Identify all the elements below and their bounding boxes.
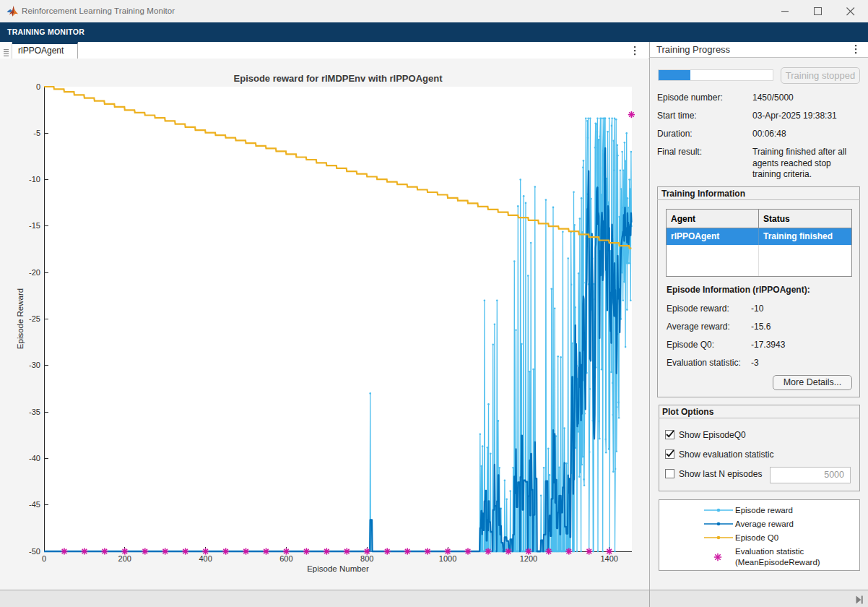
svg-text:-25: -25 bbox=[29, 314, 40, 323]
svg-text:400: 400 bbox=[199, 554, 212, 563]
svg-text:Episode Reward: Episode Reward bbox=[16, 288, 25, 349]
svg-text:Episode Q0: Episode Q0 bbox=[735, 533, 778, 542]
svg-text:600: 600 bbox=[279, 554, 292, 563]
svg-text:1400: 1400 bbox=[600, 554, 617, 563]
svg-text:1000: 1000 bbox=[439, 554, 456, 563]
svg-text:0: 0 bbox=[42, 554, 46, 563]
svg-text:-50: -50 bbox=[29, 547, 40, 556]
svg-text:-5: -5 bbox=[33, 129, 40, 137]
svg-text:-20: -20 bbox=[29, 268, 40, 277]
svg-text:-35: -35 bbox=[29, 408, 40, 416]
svg-text:Evaluation statistic: Evaluation statistic bbox=[735, 547, 804, 556]
svg-text:-10: -10 bbox=[29, 175, 40, 184]
svg-text:-15: -15 bbox=[29, 221, 40, 230]
svg-text:(MeanEpisodeReward): (MeanEpisodeReward) bbox=[735, 558, 820, 567]
svg-text:0: 0 bbox=[36, 82, 40, 91]
svg-text:200: 200 bbox=[118, 554, 131, 563]
svg-text:Episode reward: Episode reward bbox=[735, 506, 793, 515]
svg-text:800: 800 bbox=[360, 554, 373, 563]
svg-text:-40: -40 bbox=[29, 454, 40, 462]
svg-text:-45: -45 bbox=[29, 500, 40, 509]
svg-text:-30: -30 bbox=[29, 361, 40, 369]
svg-text:Episode reward for rlMDPEnv wi: Episode reward for rlMDPEnv with rlPPOAg… bbox=[234, 73, 443, 84]
svg-text:Episode Number: Episode Number bbox=[307, 564, 369, 573]
svg-text:1200: 1200 bbox=[520, 554, 537, 563]
svg-text:Average reward: Average reward bbox=[735, 520, 794, 528]
